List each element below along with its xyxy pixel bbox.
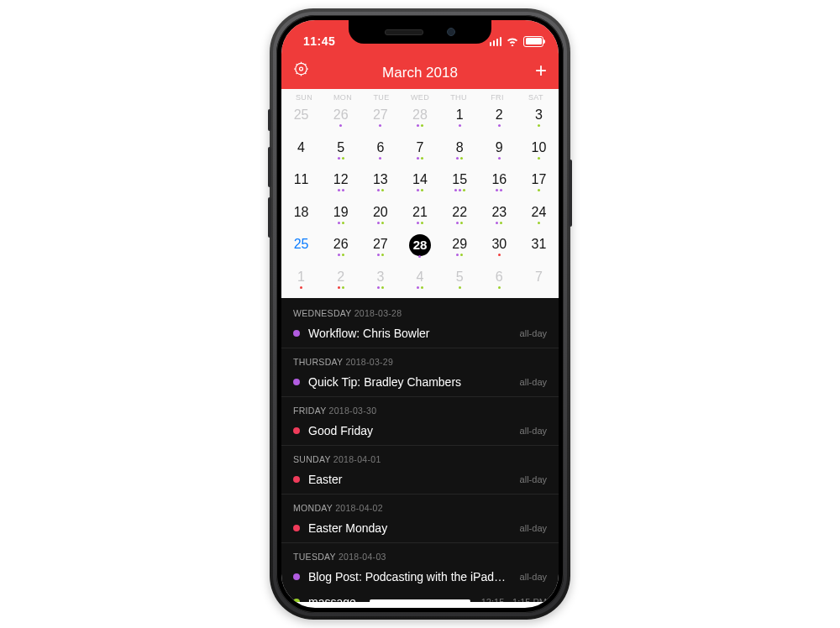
day-cell[interactable]: 3 <box>360 266 400 299</box>
day-cell[interactable]: 6 <box>480 266 519 299</box>
event-dots <box>498 286 501 290</box>
event-dots <box>498 124 501 128</box>
agenda-date: 2018-03-29 <box>345 357 393 367</box>
day-cell[interactable]: 2 <box>321 266 360 299</box>
event-dots <box>300 286 302 290</box>
agenda-event[interactable]: Easterall-day <box>281 468 559 494</box>
event-dots <box>377 254 384 258</box>
day-cell[interactable]: 25 <box>281 104 321 137</box>
day-cell[interactable]: 13 <box>360 169 400 201</box>
event-dots <box>379 124 381 128</box>
event-dots <box>496 222 502 226</box>
agenda-date: 2018-04-01 <box>333 454 381 464</box>
day-cell[interactable]: 5 <box>440 266 480 299</box>
day-number: 11 <box>294 171 309 188</box>
screen: 11:45 March 2018 + <box>281 20 559 608</box>
day-cell[interactable]: 26 <box>321 233 360 266</box>
day-number: 14 <box>412 171 428 188</box>
day-number: 24 <box>532 204 547 221</box>
day-cell[interactable]: 27 <box>360 233 400 266</box>
power-button[interactable] <box>569 160 572 227</box>
agenda-event[interactable]: Quick Tip: Bradley Chambersall-day <box>281 371 559 396</box>
day-cell[interactable]: 2 <box>480 104 519 137</box>
day-number: 6 <box>376 139 384 156</box>
mute-switch[interactable] <box>268 109 271 131</box>
week-row: 18192021222324 <box>281 201 559 234</box>
day-number: 7 <box>417 139 424 156</box>
day-cell[interactable]: 22 <box>440 201 480 234</box>
day-cell[interactable]: 30 <box>480 233 519 266</box>
weekday-label: TUE <box>362 93 401 102</box>
nav-title[interactable]: March 2018 <box>382 65 458 81</box>
day-cell[interactable]: 11 <box>281 169 321 201</box>
day-cell[interactable]: 24 <box>519 201 559 234</box>
day-cell[interactable]: 12 <box>321 169 360 201</box>
day-cell[interactable]: 23 <box>480 201 519 234</box>
day-cell[interactable]: 21 <box>400 201 439 234</box>
event-dots <box>498 254 501 258</box>
day-cell[interactable]: 16 <box>480 169 519 201</box>
home-indicator[interactable] <box>370 599 470 603</box>
day-number: 31 <box>532 236 547 253</box>
day-cell[interactable]: 5 <box>321 137 360 170</box>
day-cell[interactable]: 28 <box>400 233 439 266</box>
day-number: 2 <box>337 269 344 285</box>
day-cell[interactable]: 10 <box>519 137 559 170</box>
agenda-section-header: FRIDAY 2018-03-30 <box>281 396 559 420</box>
day-cell[interactable]: 4 <box>400 266 439 299</box>
day-cell[interactable]: 28 <box>400 104 439 137</box>
day-number: 5 <box>337 139 344 156</box>
agenda-date: 2018-03-28 <box>354 308 402 318</box>
event-title: Quick Tip: Bradley Chambers <box>308 375 512 389</box>
weekday-label: SUN <box>285 93 323 102</box>
week-row: 45678910 <box>281 137 559 170</box>
day-cell[interactable]: 7 <box>519 266 559 299</box>
day-cell[interactable]: 15 <box>440 169 480 201</box>
day-cell[interactable]: 25 <box>281 233 321 266</box>
plus-icon: + <box>535 59 547 81</box>
day-cell[interactable]: 20 <box>360 201 400 234</box>
day-number: 29 <box>452 236 467 253</box>
day-cell[interactable]: 17 <box>519 169 559 201</box>
day-number: 22 <box>452 204 467 221</box>
agenda-event[interactable]: Good Fridayall-day <box>281 420 559 445</box>
day-cell[interactable]: 4 <box>281 137 321 170</box>
day-cell[interactable]: 26 <box>321 104 360 137</box>
event-title: Good Friday <box>308 424 512 437</box>
event-dots <box>538 189 540 193</box>
day-number: 25 <box>294 107 309 123</box>
agenda-event[interactable]: Workflow: Chris Bowlerall-day <box>281 322 559 348</box>
day-cell[interactable]: 7 <box>400 137 439 170</box>
agenda-day: WEDNESDAY <box>293 308 351 318</box>
wifi-icon <box>506 31 519 46</box>
event-dots <box>338 254 344 258</box>
agenda-day: SUNDAY <box>293 454 331 464</box>
day-cell[interactable]: 3 <box>519 104 559 137</box>
agenda-event[interactable]: Easter Mondayall-day <box>281 517 559 542</box>
agenda-list[interactable]: WEDNESDAY 2018-03-28Workflow: Chris Bowl… <box>281 298 559 602</box>
volume-up-button[interactable] <box>268 147 271 187</box>
day-cell[interactable]: 27 <box>360 104 400 137</box>
event-dots <box>418 255 421 259</box>
event-time: all-day <box>520 474 547 484</box>
event-dots <box>417 189 423 193</box>
add-button[interactable]: + <box>535 59 547 82</box>
day-cell[interactable]: 18 <box>281 201 321 234</box>
volume-down-button[interactable] <box>268 197 271 238</box>
day-cell[interactable]: 9 <box>480 137 519 170</box>
settings-button[interactable] <box>293 61 309 81</box>
day-cell[interactable]: 29 <box>440 233 480 266</box>
day-cell[interactable]: 6 <box>360 137 400 170</box>
event-dots <box>498 157 501 161</box>
day-number: 6 <box>496 269 503 285</box>
agenda-date: 2018-03-30 <box>329 406 377 416</box>
day-cell[interactable]: 14 <box>400 169 439 201</box>
day-cell[interactable]: 19 <box>321 201 360 234</box>
agenda-event[interactable]: Blog Post: Podcasting with the iPad…all-… <box>281 566 559 591</box>
event-time: all-day <box>520 426 547 436</box>
day-cell[interactable]: 1 <box>281 266 321 299</box>
day-cell[interactable]: 1 <box>440 104 480 137</box>
week-row: 25262728293031 <box>281 233 559 266</box>
day-cell[interactable]: 31 <box>519 233 559 266</box>
day-cell[interactable]: 8 <box>440 137 480 170</box>
